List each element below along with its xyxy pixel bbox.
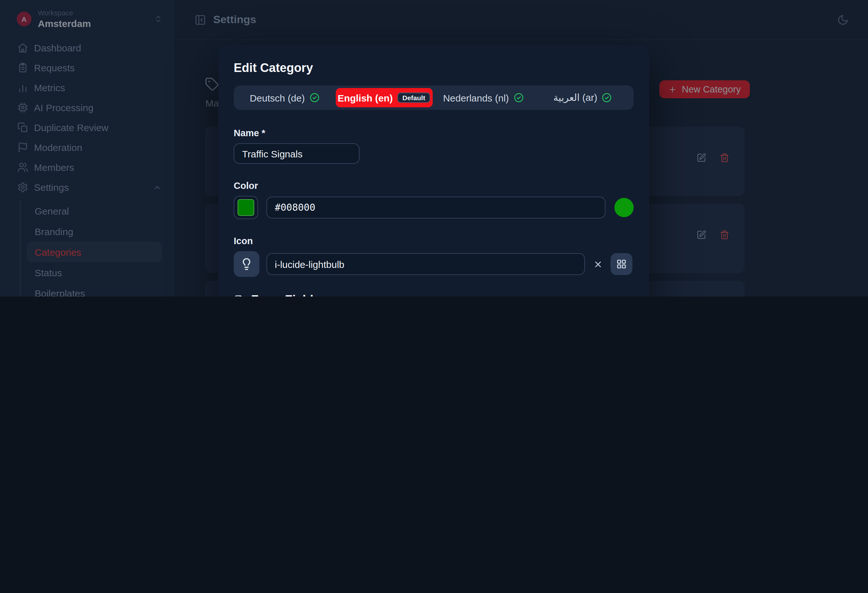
form-fields-title: Form Fields bbox=[251, 293, 320, 297]
language-tab-label: English (en) bbox=[338, 92, 393, 103]
check-circle-icon bbox=[310, 93, 320, 103]
language-tab[interactable]: Deutsch (de) bbox=[236, 88, 333, 107]
icon-picker-button[interactable] bbox=[611, 253, 632, 275]
lightbulb-icon bbox=[240, 257, 253, 271]
color-hex-input[interactable] bbox=[266, 197, 605, 219]
app-root: A Workspace Amsterdam Dashboard Requests bbox=[0, 0, 868, 297]
language-tab-label: Deutsch (de) bbox=[250, 92, 305, 103]
icon-label: Icon bbox=[234, 236, 634, 246]
color-swatch bbox=[238, 199, 254, 216]
language-tab-label: Nederlands (nl) bbox=[443, 92, 509, 103]
name-label: Name * bbox=[234, 128, 634, 138]
icon-row bbox=[234, 251, 634, 277]
icon-name-input[interactable] bbox=[266, 253, 585, 275]
scale-wrapper: A Workspace Amsterdam Dashboard Requests bbox=[0, 0, 868, 297]
grid-icon bbox=[616, 259, 627, 269]
language-tab[interactable]: العربية (ar) bbox=[534, 88, 632, 107]
check-circle-icon bbox=[513, 93, 524, 103]
language-tab[interactable]: Nederlands (nl) bbox=[435, 88, 532, 107]
modal-title: Edit Category bbox=[234, 61, 634, 75]
icon-preview-button[interactable] bbox=[234, 251, 259, 277]
language-tabs: Deutsch (de) English (en) Default Nederl… bbox=[234, 86, 634, 110]
form-fields-header: Form Fields bbox=[234, 293, 634, 297]
color-preview-dot bbox=[614, 198, 634, 217]
default-badge: Default bbox=[397, 93, 431, 103]
file-text-icon bbox=[234, 294, 245, 297]
color-label: Color bbox=[234, 180, 634, 191]
color-row bbox=[234, 196, 634, 219]
name-input[interactable] bbox=[234, 143, 360, 164]
clear-icon-button[interactable] bbox=[593, 259, 603, 269]
language-tab-label: العربية (ar) bbox=[554, 92, 597, 104]
check-circle-icon bbox=[602, 93, 612, 103]
edit-category-modal: Edit Category Deutsch (de) English (en) … bbox=[218, 45, 649, 297]
language-tab[interactable]: English (en) Default bbox=[336, 88, 433, 107]
color-swatch-button[interactable] bbox=[234, 196, 258, 219]
